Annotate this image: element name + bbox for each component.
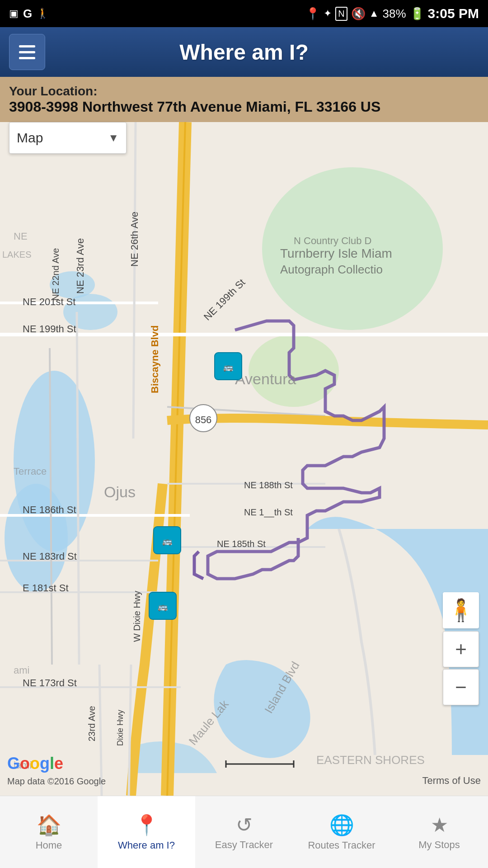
svg-text:🚌: 🚌 — [223, 362, 234, 372]
menu-button[interactable] — [9, 34, 45, 70]
svg-text:NE 188th St: NE 188th St — [244, 480, 293, 490]
svg-text:Dixie Hwy: Dixie Hwy — [116, 710, 125, 746]
terms-link[interactable]: Terms of Use — [422, 775, 481, 787]
app-header: Where am I? — [0, 27, 488, 77]
svg-text:🚌: 🚌 — [158, 602, 168, 612]
battery-icon: 🔋 — [410, 7, 424, 21]
status-time: 3:05 PM — [428, 6, 479, 21]
star-icon: ★ — [431, 813, 448, 836]
svg-point-2 — [5, 484, 68, 592]
bottom-navigation: 🏠 Home 📍 Where am I? ↺ Easy Tracker 🌐 Ro… — [0, 796, 488, 868]
svg-text:ami: ami — [14, 665, 29, 676]
mute-icon: 🔇 — [351, 7, 366, 21]
svg-text:Biscayne Blvd: Biscayne Blvd — [149, 326, 160, 393]
zoom-in-button[interactable]: + — [443, 631, 479, 667]
chevron-down-icon: ▼ — [108, 132, 119, 144]
svg-text:NE 201st St: NE 201st St — [23, 296, 75, 307]
svg-text:856: 856 — [195, 414, 212, 425]
nav-label-home: Home — [36, 840, 62, 851]
google-logo: Google — [7, 754, 63, 773]
nav-label-routes-tracker: Routes Tracker — [308, 840, 375, 851]
svg-text:NE 22nd Ave: NE 22nd Ave — [51, 248, 61, 301]
svg-text:LAKES: LAKES — [2, 250, 31, 259]
screenshot-icon: ▣ — [9, 8, 19, 19]
battery-label: 38% — [383, 7, 406, 21]
map-view[interactable]: NE 22nd Ave NE 23rd Ave NE 26th Ave NE 1… — [0, 122, 488, 796]
nav-item-my-stops[interactable]: ★ My Stops — [390, 796, 488, 868]
svg-text:EASTERN SHORES: EASTERN SHORES — [316, 753, 425, 767]
bluetooth-icon: ✦ — [324, 8, 332, 19]
map-attribution: Map data ©2016 Google — [7, 776, 106, 787]
svg-text:W Dixie Hwy: W Dixie Hwy — [132, 591, 142, 642]
refresh-icon: ↺ — [236, 813, 253, 836]
zoom-out-button[interactable]: − — [443, 669, 479, 705]
person-icon: 🧍 — [447, 598, 474, 623]
svg-text:NE 199th St: NE 199th St — [23, 323, 76, 335]
svg-text:NE: NE — [14, 231, 28, 242]
svg-text:🚌: 🚌 — [162, 536, 173, 546]
nav-label-my-stops: My Stops — [418, 839, 460, 851]
svg-text:Ojus: Ojus — [104, 483, 136, 500]
street-view-button[interactable]: 🧍 — [443, 592, 479, 628]
map-type-selected: Map — [17, 130, 43, 146]
globe-icon: 🌐 — [329, 813, 354, 837]
location-bar: Your Location: 3908-3998 Northwest 77th … — [0, 77, 488, 124]
nav-label-easy-tracker: Easy Tracker — [215, 839, 273, 851]
home-icon: 🏠 — [37, 813, 61, 837]
svg-text:NE 26th Ave: NE 26th Ave — [129, 212, 140, 267]
nav-label-where-am-i: Where am I? — [118, 840, 175, 851]
signal-icon: ▲ — [369, 8, 379, 19]
status-bar: ▣ G 🚶 📍 ✦ N 🔇 ▲ 38% 🔋 3:05 PM — [0, 0, 488, 27]
hamburger-icon — [19, 45, 35, 59]
svg-text:NE 173rd St: NE 173rd St — [23, 677, 77, 689]
svg-text:Autograph Collectio: Autograph Collectio — [280, 263, 383, 276]
svg-text:Terrace: Terrace — [14, 466, 47, 477]
nfc-icon: N — [335, 7, 347, 21]
nav-item-routes-tracker[interactable]: 🌐 Routes Tracker — [293, 796, 390, 868]
nav-item-easy-tracker[interactable]: ↺ Easy Tracker — [195, 796, 293, 868]
svg-text:N Country Club D: N Country Club D — [294, 235, 371, 246]
svg-text:Turnberry Isle Miam: Turnberry Isle Miam — [280, 246, 392, 260]
svg-text:NE 183rd St: NE 183rd St — [23, 551, 77, 562]
location-status-icon: 📍 — [305, 7, 320, 21]
svg-text:NE 23rd Ave: NE 23rd Ave — [75, 238, 86, 294]
svg-text:NE 1__th St: NE 1__th St — [244, 507, 293, 518]
location-address: 3908-3998 Northwest 77th Avenue Miami, F… — [9, 99, 479, 115]
zoom-controls: + − — [443, 631, 479, 705]
g-icon: G — [23, 7, 32, 21]
nav-item-where-am-i[interactable]: 📍 Where am I? — [98, 796, 195, 868]
location-label: Your Location: — [9, 84, 479, 99]
svg-text:NE 186th St: NE 186th St — [23, 504, 76, 515]
nav-item-home[interactable]: 🏠 Home — [0, 796, 98, 868]
svg-text:E 181st St: E 181st St — [23, 582, 69, 594]
google-logo-text: Google — [7, 754, 63, 773]
page-title: Where am I? — [45, 40, 443, 65]
map-type-dropdown[interactable]: Map ▼ — [9, 122, 127, 154]
svg-text:NE 185th St: NE 185th St — [217, 539, 266, 549]
svg-text:Aventura: Aventura — [235, 370, 296, 387]
person-status-icon: 🚶 — [37, 8, 49, 19]
svg-text:23rd Ave: 23rd Ave — [87, 706, 97, 741]
location-dot-icon: 📍 — [134, 813, 159, 837]
